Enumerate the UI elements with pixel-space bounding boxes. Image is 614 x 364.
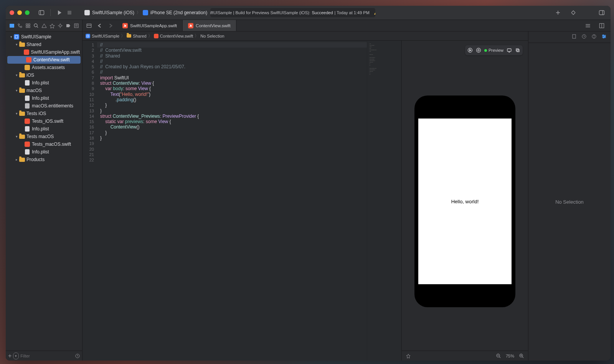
warning-icon <box>374 11 375 15</box>
preview-device-button[interactable] <box>507 48 512 53</box>
file-tree-item[interactable]: Info.plist <box>6 148 82 156</box>
code-line[interactable]: Text("Hello, world!") <box>97 92 367 97</box>
code-line[interactable]: static var previews: some View { <box>97 119 367 124</box>
file-tree-item[interactable]: Tests_macOS.swift <box>6 140 82 148</box>
preview-duplicate-button[interactable] <box>515 48 520 53</box>
forward-button[interactable] <box>106 21 116 31</box>
file-tree-item[interactable]: ContentView.swift <box>7 56 81 64</box>
ent-icon <box>24 103 30 109</box>
recent-filter-button[interactable] <box>75 352 80 359</box>
navigator-filter-bar: + ▾ <box>6 351 82 361</box>
file-inspector-tab[interactable] <box>571 34 577 41</box>
project-icon <box>13 34 20 40</box>
file-tree-item[interactable]: Info.plist <box>6 79 82 87</box>
adjust-editor-button[interactable] <box>597 21 607 31</box>
tab-label: ContentView.swift <box>196 23 231 28</box>
editor-tab[interactable]: SwiftUISampleApp.swift <box>117 20 183 31</box>
filter-input[interactable] <box>20 354 73 358</box>
history-inspector-tab[interactable] <box>581 34 587 41</box>
preview-status[interactable]: Preview <box>484 48 503 53</box>
zoom-in-button[interactable] <box>518 352 525 359</box>
debug-navigator-tab[interactable] <box>56 21 64 30</box>
code-line[interactable]: .padding() <box>97 97 367 102</box>
file-label: Info.plist <box>32 149 49 155</box>
related-items-button[interactable] <box>84 21 94 31</box>
code-line[interactable]: // Shared <box>97 53 367 59</box>
minimap[interactable]: ▬▬▬▬▬▬▬▬▬▬▬▬▬▬▬▬▬▬▬▬▬▬▬▬▬▬▬▬▬▬▬▬▬▬▬▬▬▬▬▬… <box>367 41 401 361</box>
file-tree-item[interactable]: SwiftUISampleApp.swift <box>6 48 82 56</box>
report-navigator-tab[interactable] <box>73 21 80 30</box>
file-tree-item[interactable]: ▾iOS <box>6 71 82 79</box>
code-line[interactable]: } <box>97 135 367 141</box>
file-tree-item[interactable]: ▾Tests iOS <box>6 110 82 117</box>
filter-scope-button[interactable]: ▾ <box>13 352 19 359</box>
svg-rect-10 <box>26 24 28 25</box>
pin-preview-button[interactable] <box>405 352 412 359</box>
preview-screen[interactable]: Hello, world! <box>418 119 512 284</box>
run-button[interactable] <box>54 8 64 18</box>
toggle-navigator-icon[interactable] <box>36 8 46 18</box>
source-editor[interactable]: 12345678910111213141516171819202122 ////… <box>83 41 401 361</box>
code-area[interactable]: //// ContentView.swift// Shared//// Crea… <box>97 41 367 361</box>
maximize-window-button[interactable] <box>25 10 30 15</box>
file-tree: ▾SwiftUISample▾SharedSwiftUISampleApp.sw… <box>6 31 82 351</box>
inspector-panel: No Selection <box>528 31 611 361</box>
library-button[interactable] <box>568 8 578 18</box>
file-tree-item[interactable]: Tests_iOS.swift <box>6 117 82 125</box>
code-line[interactable]: struct ContentView: View { <box>97 81 367 86</box>
code-line[interactable]: ContentView() <box>97 124 367 130</box>
add-button[interactable] <box>553 8 563 18</box>
breakpoint-navigator-tab[interactable] <box>64 21 72 30</box>
file-tree-item[interactable]: Assets.xcassets <box>6 64 82 71</box>
editor-tab[interactable]: ContentView.swift <box>183 20 236 31</box>
file-tree-item[interactable]: Info.plist <box>6 94 82 102</box>
stop-button[interactable] <box>64 8 74 18</box>
toggle-inspector-icon[interactable] <box>597 8 607 18</box>
code-line[interactable]: struct ContentView_Previews: PreviewProv… <box>97 114 367 119</box>
zoom-out-button[interactable] <box>495 352 502 359</box>
code-line[interactable]: import SwiftUI <box>97 75 367 81</box>
help-inspector-tab[interactable] <box>591 34 597 41</box>
live-preview-button[interactable] <box>467 48 473 53</box>
file-tree-item[interactable]: ▾SwiftUISample <box>6 33 82 41</box>
attributes-inspector-tab[interactable] <box>601 34 607 41</box>
file-tree-item[interactable]: ▾macOS <box>6 87 82 94</box>
code-line[interactable]: // <box>97 69 367 75</box>
minimize-window-button[interactable] <box>17 10 22 15</box>
file-label: Assets.xcassets <box>32 65 65 70</box>
project-navigator-tab[interactable] <box>8 21 15 30</box>
code-line[interactable]: // ContentView.swift <box>97 48 367 53</box>
file-tree-item[interactable]: ▸Products <box>6 156 82 163</box>
disclosure-icon: ▾ <box>14 112 19 115</box>
code-line[interactable]: } <box>97 102 367 108</box>
test-navigator-tab[interactable] <box>48 21 56 30</box>
code-line[interactable]: var body: some View { <box>97 86 367 91</box>
source-control-navigator-tab[interactable] <box>16 21 23 30</box>
issue-navigator-tab[interactable] <box>40 21 48 30</box>
editor-options-button[interactable] <box>583 21 593 31</box>
find-navigator-tab[interactable] <box>32 21 40 30</box>
scheme-selector[interactable]: SwiftUISample (iOS) 〉 iPhone SE (2nd gen… <box>81 8 210 17</box>
scheme-name-label: SwiftUISample (iOS) <box>92 10 134 15</box>
code-line[interactable]: // <box>97 59 367 64</box>
symbol-navigator-tab[interactable] <box>24 21 31 30</box>
add-file-button[interactable]: + <box>8 352 12 359</box>
file-tree-item[interactable]: ▾Tests macOS <box>6 133 82 140</box>
close-window-button[interactable] <box>10 10 14 15</box>
preview-inspect-button[interactable] <box>476 48 481 53</box>
preview-footer: 75% <box>402 351 528 361</box>
svg-rect-39 <box>517 49 519 52</box>
file-tree-item[interactable]: ▾Shared <box>6 41 82 48</box>
svg-point-56 <box>603 37 604 38</box>
code-line[interactable]: // <box>97 42 367 48</box>
back-button[interactable] <box>95 21 105 31</box>
file-tree-item[interactable]: macOS.entitlements <box>6 102 82 110</box>
code-line[interactable]: // Created by Juan Reyes on 2021/05/07. <box>97 64 367 69</box>
code-line[interactable]: } <box>97 130 367 135</box>
plist-icon <box>24 95 30 101</box>
file-tree-item[interactable]: Info.plist <box>6 125 82 133</box>
preview-text-label: Hello, world! <box>451 199 479 204</box>
code-line[interactable]: } <box>97 108 367 114</box>
activity-status[interactable]: SwiftUISample | Build for Previews Swift… <box>210 8 375 17</box>
jump-bar[interactable]: SwiftUISample 〉 Shared 〉 ContentView.swi… <box>83 31 528 41</box>
